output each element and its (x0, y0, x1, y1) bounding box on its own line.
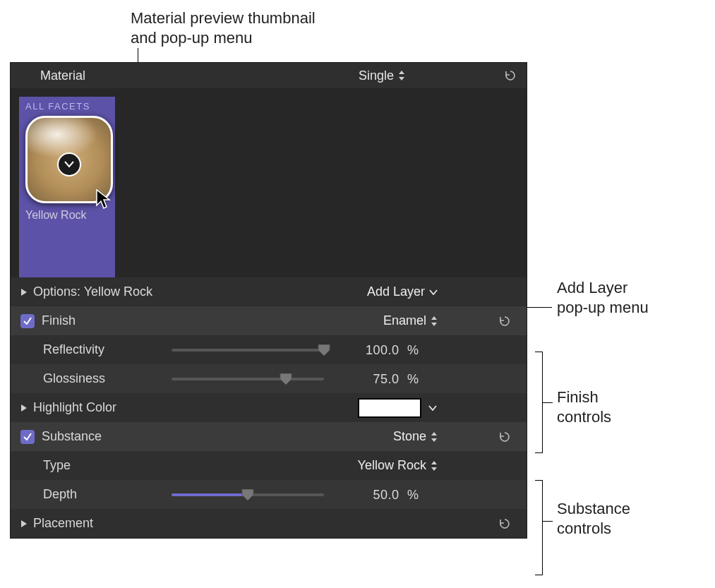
substance-label: Substance (42, 429, 102, 444)
slider-thumb-icon (317, 344, 331, 356)
material-mode-popup[interactable]: Single (359, 68, 405, 83)
add-layer-popup[interactable]: Add Layer (367, 284, 438, 299)
finish-type-value: Enamel (383, 313, 426, 328)
updown-arrows-icon (398, 71, 405, 80)
reset-substance-button[interactable] (498, 431, 511, 443)
glossiness-row: Glossiness 75.0 % (11, 364, 527, 393)
callout-substance-controls: Substance controls (557, 499, 630, 538)
facet-card-all[interactable]: ALL FACETS Yellow Rock (19, 97, 115, 277)
bracket-finish (535, 352, 543, 453)
undo-arrow-icon (504, 69, 517, 82)
facet-tag: ALL FACETS (25, 101, 109, 112)
chevron-down-icon (428, 405, 437, 411)
highlight-color-popup[interactable] (428, 405, 437, 411)
updown-arrows-icon (431, 316, 438, 326)
disclosure-highlight-color[interactable] (20, 404, 28, 412)
undo-arrow-icon (498, 517, 511, 530)
percent-unit: % (407, 487, 427, 502)
callout-thumbnail: Material preview thumbnail and pop-up me… (131, 8, 316, 47)
bracket-substance-tick (543, 521, 553, 522)
callout-finish-controls: Finish controls (557, 388, 611, 426)
material-preview-strip: ALL FACETS Yellow Rock (11, 88, 527, 277)
cursor-icon (95, 188, 112, 213)
disclosure-placement[interactable] (20, 520, 28, 528)
reflectivity-value-field[interactable]: 100.0 % (349, 342, 427, 357)
depth-value: 50.0 (373, 487, 399, 501)
depth-value-field[interactable]: 50.0 % (349, 487, 427, 502)
options-row: Options: Yellow Rock Add Layer (11, 277, 527, 306)
material-popup-button[interactable] (57, 152, 81, 176)
reflectivity-slider[interactable] (172, 344, 324, 356)
reflectivity-value: 100.0 (366, 342, 399, 356)
add-layer-label: Add Layer (367, 284, 425, 299)
substance-type-popup[interactable]: Stone (393, 429, 438, 444)
panel-header: Material Single (11, 63, 527, 88)
panel-title: Material (40, 68, 85, 83)
substance-type-value-popup[interactable]: Yellow Rock (358, 458, 438, 473)
finish-header-row: Finish Enamel (11, 306, 527, 335)
reset-button[interactable] (504, 69, 517, 82)
options-label: Options: Yellow Rock (33, 284, 152, 299)
chevron-down-icon (429, 289, 438, 295)
callout-add-layer: Add Layer pop-up menu (557, 278, 649, 317)
substance-type-label: Type (43, 458, 71, 473)
substance-type-selected: Yellow Rock (358, 458, 426, 473)
finish-label: Finish (42, 313, 76, 328)
highlight-color-label: Highlight Color (33, 400, 116, 415)
finish-enable-checkbox[interactable] (20, 314, 35, 328)
depth-slider[interactable] (172, 488, 324, 501)
highlight-color-row: Highlight Color (11, 393, 527, 422)
depth-label: Depth (43, 487, 77, 502)
slider-thumb-icon (279, 373, 293, 385)
reflectivity-label: Reflectivity (43, 342, 104, 357)
glossiness-value-field[interactable]: 75.0 % (349, 371, 427, 386)
reset-placement-button[interactable] (498, 517, 511, 530)
substance-type-value: Stone (393, 429, 426, 444)
disclosure-options[interactable] (20, 288, 28, 296)
reflectivity-row: Reflectivity 100.0 % (11, 335, 527, 364)
slider-thumb-icon (241, 489, 255, 500)
reset-finish-button[interactable] (498, 315, 511, 328)
percent-unit: % (407, 342, 427, 357)
percent-unit: % (407, 371, 427, 386)
placement-row: Placement (11, 509, 527, 538)
material-panel: Material Single ALL FACETS Ye (10, 62, 527, 539)
finish-type-popup[interactable]: Enamel (383, 313, 438, 328)
updown-arrows-icon (431, 461, 438, 471)
substance-header-row: Substance Stone (11, 422, 527, 451)
depth-row: Depth 50.0 % (11, 480, 527, 509)
substance-enable-checkbox[interactable] (20, 430, 35, 444)
glossiness-label: Glossiness (43, 371, 105, 386)
undo-arrow-icon (498, 431, 511, 443)
glossiness-slider[interactable] (172, 373, 324, 385)
bracket-substance (535, 480, 543, 575)
substance-type-row: Type Yellow Rock (11, 451, 527, 480)
material-mode-label: Single (359, 68, 394, 83)
glossiness-value: 75.0 (373, 371, 399, 385)
updown-arrows-icon (431, 432, 438, 442)
undo-arrow-icon (498, 315, 511, 328)
highlight-color-swatch[interactable] (358, 398, 421, 418)
placement-label: Placement (33, 516, 93, 531)
bracket-finish-tick (543, 402, 553, 403)
chevron-down-icon (64, 161, 74, 168)
